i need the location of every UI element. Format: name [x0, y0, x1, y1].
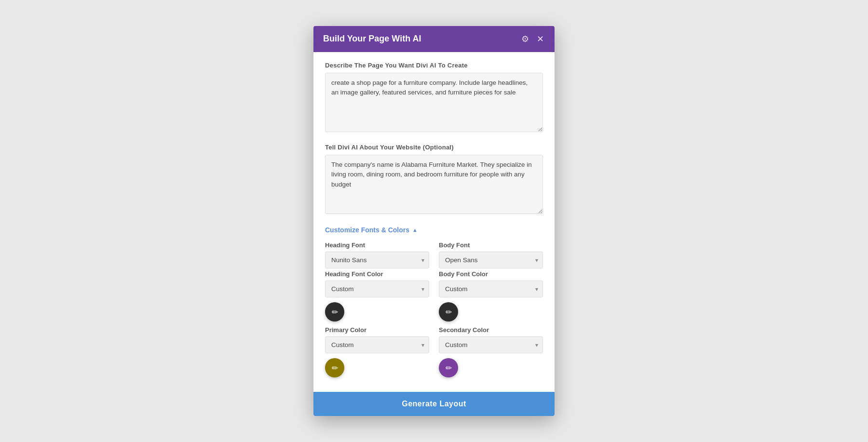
heading-font-color-picker-icon: ✏ [332, 308, 338, 317]
font-color-row: Heading Font Color Custom Black White Au… [325, 270, 543, 297]
heading-font-label: Heading Font [325, 241, 429, 249]
heading-font-color-select[interactable]: Custom Black White Auto [325, 281, 429, 297]
body-font-color-swatch-col: ✏ [439, 299, 543, 324]
heading-font-color-label: Heading Font Color [325, 270, 429, 278]
primary-color-swatch[interactable]: ✏ [325, 358, 344, 377]
secondary-color-select[interactable]: Custom Auto [439, 336, 543, 353]
secondary-color-group: Secondary Color Custom Auto ▾ [439, 326, 543, 353]
generate-layout-button[interactable]: Generate Layout [313, 392, 555, 416]
heading-font-select-wrapper: Nunito Sans Open Sans Roboto Lato Montse… [325, 252, 429, 268]
secondary-color-swatch-col: ✏ [439, 355, 543, 380]
heading-font-color-group: Heading Font Color Custom Black White Au… [325, 270, 429, 297]
modal-body: Describe The Page You Want Divi AI To Cr… [313, 52, 555, 392]
close-icon: ✕ [537, 34, 544, 44]
heading-font-color-swatch-col: ✏ [325, 299, 429, 324]
page-description-section: Describe The Page You Want Divi AI To Cr… [325, 62, 543, 134]
secondary-color-select-wrapper: Custom Auto ▾ [439, 336, 543, 353]
primary-secondary-swatch-row: ✏ ✏ [325, 355, 543, 380]
secondary-color-picker-icon: ✏ [446, 363, 452, 373]
customize-fonts-colors-label: Customize Fonts & Colors [325, 226, 409, 234]
modal: Build Your Page With AI ⚙ ✕ Describe The… [313, 26, 555, 416]
modal-title: Build Your Page With AI [323, 34, 421, 44]
body-font-color-label: Body Font Color [439, 270, 543, 278]
gear-icon: ⚙ [521, 34, 529, 44]
body-font-color-select[interactable]: Custom Black White Auto [439, 281, 543, 297]
body-font-select-wrapper: Open Sans Nunito Sans Roboto Lato Montse… [439, 252, 543, 268]
secondary-color-swatch[interactable]: ✏ [439, 358, 458, 377]
page-description-label: Describe The Page You Want Divi AI To Cr… [325, 62, 543, 69]
customize-arrow-icon: ▲ [412, 227, 418, 233]
modal-overlay: Build Your Page With AI ⚙ ✕ Describe The… [313, 26, 555, 416]
primary-color-label: Primary Color [325, 326, 429, 334]
heading-font-group: Heading Font Nunito Sans Open Sans Robot… [325, 241, 429, 268]
body-font-color-select-wrapper: Custom Black White Auto ▾ [439, 281, 543, 297]
body-font-group: Body Font Open Sans Nunito Sans Roboto L… [439, 241, 543, 268]
body-font-color-group: Body Font Color Custom Black White Auto … [439, 270, 543, 297]
secondary-color-label: Secondary Color [439, 326, 543, 334]
body-font-select[interactable]: Open Sans Nunito Sans Roboto Lato Montse… [439, 252, 543, 268]
page-description-textarea[interactable]: create a shop page for a furniture compa… [325, 73, 543, 132]
body-font-label: Body Font [439, 241, 543, 249]
customize-section: Customize Fonts & Colors ▲ Heading Font … [325, 226, 543, 380]
website-info-label: Tell Divi AI About Your Website (Optiona… [325, 144, 543, 151]
primary-color-group: Primary Color Custom Auto ▾ [325, 326, 429, 353]
primary-color-select[interactable]: Custom Auto [325, 336, 429, 353]
body-font-color-swatch[interactable]: ✏ [439, 302, 458, 321]
heading-font-select[interactable]: Nunito Sans Open Sans Roboto Lato Montse… [325, 252, 429, 268]
website-info-textarea[interactable]: The company's name is Alabama Furniture … [325, 155, 543, 214]
website-info-section: Tell Divi AI About Your Website (Optiona… [325, 144, 543, 216]
primary-color-select-wrapper: Custom Auto ▾ [325, 336, 429, 353]
modal-header: Build Your Page With AI ⚙ ✕ [313, 26, 555, 52]
color-row: Primary Color Custom Auto ▾ Secondary Co… [325, 326, 543, 353]
primary-color-picker-icon: ✏ [332, 363, 338, 373]
close-button[interactable]: ✕ [536, 33, 545, 45]
modal-footer: Generate Layout [313, 392, 555, 416]
settings-button[interactable]: ⚙ [520, 33, 530, 45]
primary-color-swatch-col: ✏ [325, 355, 429, 380]
body-font-color-picker-icon: ✏ [446, 308, 452, 317]
font-row: Heading Font Nunito Sans Open Sans Robot… [325, 241, 543, 268]
modal-header-actions: ⚙ ✕ [520, 33, 545, 45]
font-color-swatch-row: ✏ ✏ [325, 299, 543, 324]
customize-fonts-colors-link[interactable]: Customize Fonts & Colors ▲ [325, 226, 418, 234]
heading-font-color-swatch[interactable]: ✏ [325, 302, 344, 321]
heading-font-color-select-wrapper: Custom Black White Auto ▾ [325, 281, 429, 297]
